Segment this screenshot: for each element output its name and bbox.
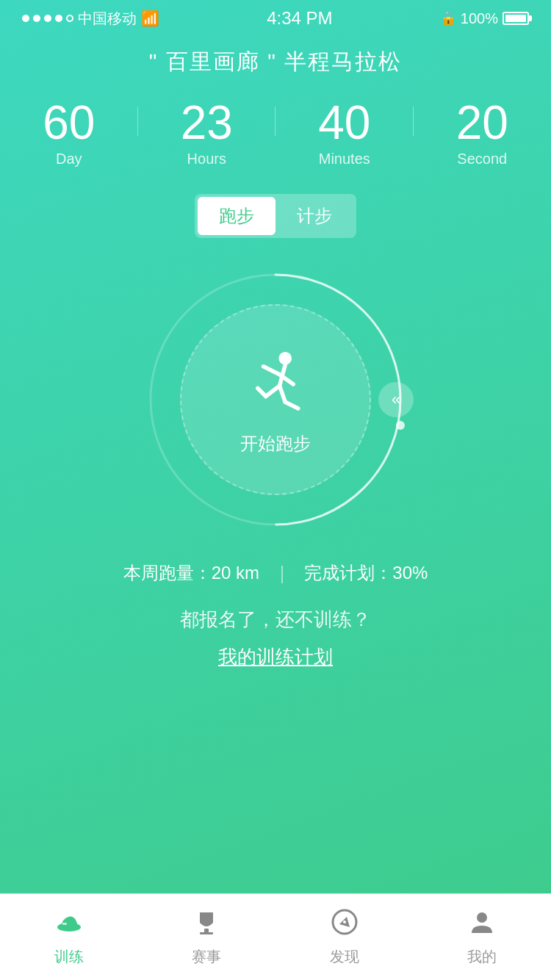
motivation-text: 都报名了，还不训练？	[180, 607, 371, 633]
svg-point-17	[343, 920, 346, 923]
svg-line-5	[264, 367, 280, 375]
svg-line-7	[266, 386, 280, 396]
tab-discover-icon	[331, 908, 359, 943]
tab-discover-label: 发现	[330, 947, 359, 967]
stats-divider: ｜	[273, 563, 291, 583]
tab-training-label: 训练	[54, 947, 84, 967]
svg-line-9	[280, 386, 286, 402]
start-running-text: 开始跑步	[240, 432, 311, 455]
countdown: 60 Day 23 Hours 40 Minutes 20 Second	[0, 99, 551, 167]
countdown-hours-value: 23	[181, 99, 233, 146]
countdown-seconds: 20 Second	[414, 99, 552, 167]
tab-events-icon	[192, 908, 220, 943]
lock-icon: 🔒	[440, 10, 456, 26]
countdown-hours: 23 Hours	[138, 99, 276, 167]
countdown-seconds-label: Second	[457, 151, 507, 167]
weekly-run-stat: 本周跑量：20 km	[123, 563, 259, 583]
status-right: 🔒 100%	[440, 10, 529, 27]
countdown-hours-label: Hours	[187, 151, 226, 167]
tab-profile-icon	[468, 908, 496, 943]
svg-point-18	[477, 912, 487, 923]
tab-training[interactable]: 训练	[0, 908, 138, 967]
status-bar: 中国移动 📶 4:34 PM 🔒 100%	[0, 0, 551, 32]
svg-rect-14	[200, 932, 213, 934]
svg-line-10	[285, 402, 298, 408]
circle-inner[interactable]: 开始跑步	[180, 304, 371, 495]
svg-point-2	[396, 421, 405, 430]
carrier-text: 中国移动	[78, 9, 137, 29]
countdown-day-label: Day	[56, 151, 82, 167]
tab-profile[interactable]: 我的	[414, 908, 552, 967]
tab-running[interactable]: 跑步	[198, 197, 276, 235]
svg-rect-12	[62, 923, 67, 925]
tab-training-icon	[55, 908, 83, 943]
event-title: " 百里画廊 " 半程马拉松	[149, 47, 402, 77]
wifi-icon: 📶	[141, 10, 159, 27]
tab-events[interactable]: 赛事	[138, 908, 276, 967]
countdown-minutes-value: 40	[318, 99, 370, 146]
tab-profile-label: 我的	[467, 947, 497, 967]
plan-completion-stat: 完成计划：30%	[304, 563, 428, 583]
tab-stepping[interactable]: 计步	[276, 197, 353, 235]
signal-dots	[22, 15, 73, 22]
status-time: 4:34 PM	[267, 8, 332, 29]
countdown-minutes: 40 Minutes	[276, 99, 414, 167]
svg-line-8	[258, 389, 266, 397]
main-content: " 百里画廊 " 半程马拉松 60 Day 23 Hours 40 Minute…	[0, 32, 551, 670]
tab-discover[interactable]: 发现	[276, 908, 414, 967]
tab-events-label: 赛事	[192, 947, 221, 967]
training-plan-link[interactable]: 我的训练计划	[218, 644, 333, 670]
countdown-day-value: 60	[43, 99, 95, 146]
tab-bar: 训练 赛事 发现 我的	[0, 893, 551, 980]
countdown-seconds-value: 20	[456, 99, 508, 146]
mode-toggle[interactable]: 跑步 计步	[195, 194, 356, 238]
stats-row: 本周跑量：20 km ｜ 完成计划：30%	[123, 561, 428, 585]
countdown-day: 60 Day	[0, 99, 138, 167]
battery-icon	[503, 12, 529, 25]
countdown-minutes-label: Minutes	[319, 151, 370, 167]
expand-button[interactable]: «	[378, 382, 414, 417]
battery-percent: 100%	[461, 10, 498, 27]
circle-container[interactable]: 开始跑步 «	[143, 267, 408, 532]
runner-icon	[235, 344, 316, 425]
status-left: 中国移动 📶	[22, 9, 159, 29]
